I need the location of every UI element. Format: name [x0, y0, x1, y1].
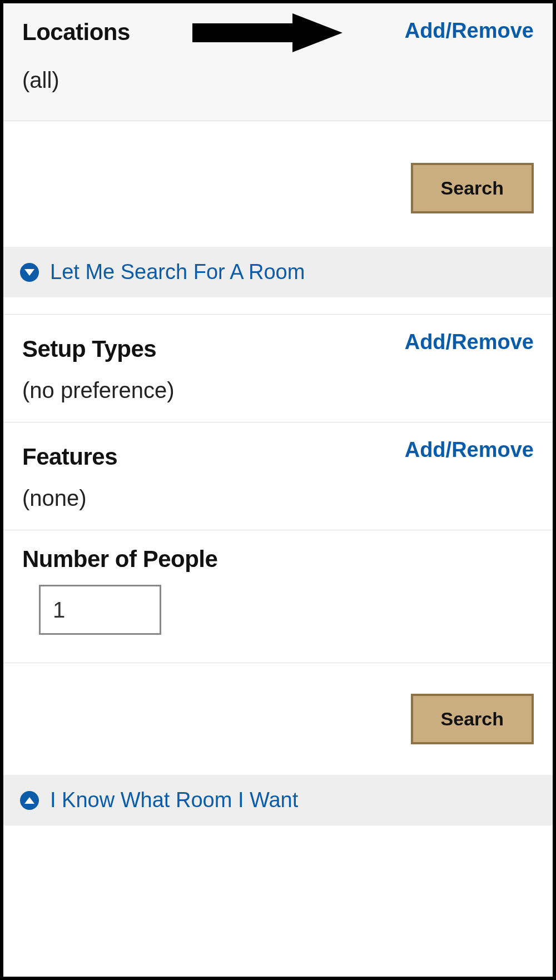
collapse-know-room[interactable]: I Know What Room I Want [3, 775, 553, 825]
svg-marker-2 [24, 269, 34, 276]
form-panel: Locations Add/Remove (all) Search Let Me… [0, 0, 556, 980]
chevron-up-icon [20, 791, 39, 810]
features-heading: Features [22, 444, 117, 470]
svg-marker-1 [292, 13, 342, 52]
svg-marker-3 [24, 797, 34, 804]
features-add-remove-link[interactable]: Add/Remove [405, 438, 534, 462]
number-of-people-heading: Number of People [22, 546, 534, 573]
separator [3, 297, 553, 314]
locations-value: (all) [22, 68, 534, 93]
setup-types-value: (no preference) [22, 378, 534, 403]
setup-types-header-row: Setup Types Add/Remove [22, 330, 534, 362]
collapse-search-room[interactable]: Let Me Search For A Room [3, 247, 553, 297]
arrow-icon [192, 13, 342, 52]
features-header-row: Features Add/Remove [22, 438, 534, 470]
setup-types-heading: Setup Types [22, 336, 156, 362]
collapse-know-room-title: I Know What Room I Want [50, 788, 298, 812]
collapse-search-room-title: Let Me Search For A Room [50, 260, 305, 284]
search-button[interactable]: Search [411, 163, 534, 213]
locations-header-row: Locations Add/Remove [22, 19, 534, 52]
search-button-2[interactable]: Search [411, 694, 534, 744]
features-value: (none) [22, 486, 534, 511]
number-of-people-section: Number of People [3, 530, 553, 663]
locations-heading: Locations [22, 19, 130, 46]
locations-section: Locations Add/Remove (all) [3, 3, 553, 121]
setup-types-add-remove-link[interactable]: Add/Remove [405, 330, 534, 354]
locations-add-remove-link[interactable]: Add/Remove [405, 19, 534, 43]
chevron-down-icon [20, 263, 39, 282]
locations-heading-wrap: Locations [22, 19, 130, 46]
search-row-2: Search [3, 663, 553, 775]
setup-types-section: Setup Types Add/Remove (no preference) [3, 314, 553, 422]
number-of-people-input[interactable] [39, 585, 161, 635]
features-section: Features Add/Remove (none) [3, 422, 553, 530]
svg-rect-0 [192, 23, 298, 42]
search-row-1: Search [3, 121, 553, 247]
